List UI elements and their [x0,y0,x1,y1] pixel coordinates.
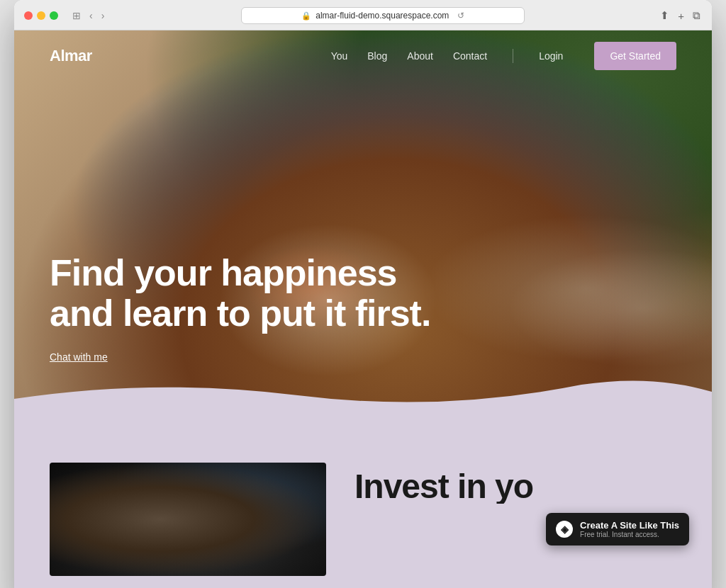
duplicate-button[interactable]: ⧉ [691,8,702,23]
squarespace-badge[interactable]: ◈ Create A Site Like This Free trial. In… [546,513,689,545]
traffic-lights [24,11,58,20]
url-text: almar-fluid-demo.squarespace.com [315,11,449,21]
browser-window: ⊞ ‹ › 🔒 almar-fluid-demo.squarespace.com… [14,0,712,588]
invest-text: Invest in yo [354,463,533,504]
nav-links: You Blog About Contact Login Get Started [331,42,676,70]
back-button[interactable]: ‹ [86,9,96,22]
squarespace-badge-text: Create A Site Like This Free trial. Inst… [580,520,679,538]
refresh-icon[interactable]: ↺ [457,11,464,21]
below-fold-section: Invest in yo [14,427,712,588]
lock-icon: 🔒 [301,11,311,21]
nav-divider [513,49,513,63]
tab-grid-button[interactable]: ⊞ [69,9,84,22]
close-button[interactable] [24,11,33,20]
site-content: Almar You Blog About Contact Login Get S… [14,30,712,588]
minimize-button[interactable] [37,11,45,20]
nav-contact[interactable]: Contact [453,50,487,62]
hero-section: Almar You Blog About Contact Login Get S… [14,30,712,427]
nav-blog[interactable]: Blog [367,50,387,62]
wave-divider [14,371,712,427]
squarespace-badge-title: Create A Site Like This [580,520,679,531]
card-thumbnail [50,463,326,576]
hero-headline-line1: Find your happiness [50,252,397,293]
share-button[interactable]: ⬆ [659,8,671,23]
browser-chrome: ⊞ ‹ › 🔒 almar-fluid-demo.squarespace.com… [14,0,712,30]
nav-cta-button[interactable]: Get Started [594,42,676,70]
squarespace-badge-subtitle: Free trial. Instant access. [580,531,679,538]
browser-controls: ⊞ ‹ › [69,9,107,22]
hero-content: Find your happiness and learn to put it … [50,253,430,363]
nav-about[interactable]: About [407,50,433,62]
hero-headline-line2: and learn to put it first. [50,293,430,334]
hero-cta-link[interactable]: Chat with me [50,351,108,363]
squarespace-logo: ◈ [556,521,573,538]
nav-login[interactable]: Login [539,50,563,62]
hero-headline: Find your happiness and learn to put it … [50,253,430,334]
navigation: Almar You Blog About Contact Login Get S… [14,30,712,81]
address-bar[interactable]: 🔒 almar-fluid-demo.squarespace.com ↺ [241,7,525,24]
browser-actions: ⬆ + ⧉ [659,8,702,23]
new-tab-button[interactable]: + [676,9,686,23]
hero-photo [14,30,712,427]
site-logo[interactable]: Almar [50,47,92,65]
nav-you[interactable]: You [331,50,348,62]
forward-button[interactable]: › [99,9,108,22]
maximize-button[interactable] [50,11,58,20]
